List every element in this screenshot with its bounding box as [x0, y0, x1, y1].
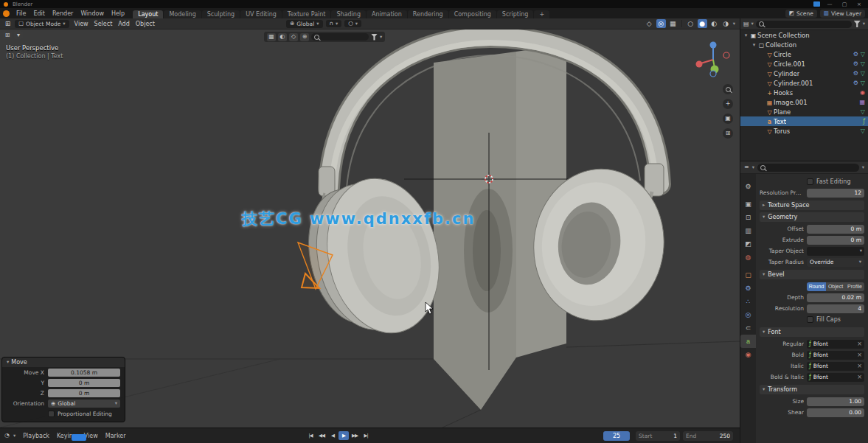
workspace-tab[interactable]: +	[534, 10, 549, 18]
orientation-select[interactable]: Global	[48, 400, 120, 408]
zoom-button[interactable]	[723, 84, 733, 94]
font-datablock-field[interactable]: Bfont	[807, 340, 864, 349]
minimize-button[interactable]: —	[824, 1, 835, 7]
maximize-button[interactable]: ▢	[839, 1, 850, 7]
unlink-icon[interactable]	[857, 352, 862, 358]
show-gizmo-button[interactable]	[645, 19, 654, 28]
bevel-depth-slider[interactable]: 0.02 m	[807, 293, 864, 302]
unlink-icon[interactable]	[857, 341, 862, 347]
outliner-row[interactable]: Cylinder.001	[740, 78, 868, 88]
viewport-menu-item[interactable]: Object	[133, 21, 158, 27]
show-overlays-button[interactable]	[656, 19, 666, 28]
outliner-row[interactable]: Hooks	[740, 88, 868, 97]
properties-tab[interactable]: ◉	[740, 348, 756, 361]
pan-button[interactable]	[723, 99, 733, 109]
shading-dropdown-icon[interactable]	[733, 21, 735, 27]
toggle-diamond-icon[interactable]	[289, 33, 298, 41]
size-slider[interactable]: 1.00	[807, 397, 864, 406]
workspace-tab[interactable]: Layout	[133, 10, 163, 18]
outliner-search-input[interactable]	[756, 21, 852, 28]
workspace-tab[interactable]: Sculpting	[202, 10, 240, 18]
properties-tab[interactable]: ◎	[740, 308, 756, 321]
fast-editing-checkbox[interactable]	[807, 178, 813, 185]
mesh-data-icon[interactable]	[861, 108, 865, 115]
mesh-data-icon[interactable]	[861, 60, 865, 67]
proportional-editing-checkbox[interactable]	[48, 411, 55, 417]
properties-tab[interactable]: ⊂	[740, 321, 756, 335]
properties-tab[interactable]: ◩	[740, 237, 756, 251]
viewport-menu-item[interactable]: Add	[115, 21, 133, 27]
outliner-row[interactable]: ▾ Collection	[740, 40, 868, 49]
snapping-toggle[interactable]	[326, 20, 342, 27]
workspace-tab[interactable]: Compositing	[449, 10, 496, 18]
transport-button[interactable]: ◀	[327, 431, 338, 440]
timeline-menu-item[interactable]: Playback	[19, 433, 53, 439]
transport-button[interactable]: ▶	[338, 431, 349, 440]
hook-data-icon[interactable]	[860, 89, 865, 96]
expand-caret-icon[interactable]: ▾	[743, 32, 749, 38]
mode-dropdown[interactable]: Object Mode	[15, 20, 69, 28]
workspace-tab[interactable]: Rendering	[408, 10, 448, 18]
menu-item[interactable]: Edit	[29, 10, 49, 17]
editor-type-button[interactable]	[3, 19, 13, 28]
resolution-preview-slider[interactable]: 12	[807, 189, 864, 198]
font-panel-header[interactable]: Font	[760, 327, 864, 337]
transform-panel-header[interactable]: Transform	[760, 385, 864, 394]
proportional-editing-toggle[interactable]	[344, 20, 361, 27]
bevel-mode-button[interactable]: Object	[826, 282, 845, 291]
taper-radius-select[interactable]: Override	[807, 258, 864, 267]
viewport-menu-item[interactable]: Select	[91, 21, 116, 27]
outliner-row[interactable]: Image.001	[740, 97, 868, 107]
filter-funnel-icon[interactable]	[854, 21, 861, 27]
viewport[interactable]: User Perspective (1) Collection | Text 技…	[0, 29, 740, 428]
menu-item[interactable]: Window	[77, 10, 108, 17]
properties-tab[interactable]: ⊡	[740, 211, 756, 224]
chevron-down-icon[interactable]	[752, 165, 754, 170]
scene-selector[interactable]: Scene	[785, 10, 817, 18]
xray-toggle-button[interactable]	[668, 19, 678, 28]
outliner-row[interactable]: Text	[740, 116, 868, 126]
modifier-icon[interactable]	[853, 70, 858, 77]
blender-menu-icon[interactable]	[3, 10, 10, 17]
geometry-panel-header[interactable]: Geometry	[760, 212, 864, 222]
value-slider[interactable]: 0 m	[48, 389, 120, 397]
transport-button[interactable]: ▶|	[361, 431, 371, 440]
camera-view-button[interactable]	[723, 114, 733, 124]
properties-tab[interactable]: ⚙	[740, 282, 756, 295]
operator-panel-header[interactable]: Move	[2, 357, 125, 367]
transport-button[interactable]: ◀◀	[316, 431, 327, 440]
bevel-resolution-slider[interactable]: 4	[807, 304, 864, 313]
outliner-row[interactable]: Circle.001	[740, 59, 868, 69]
offset-slider[interactable]: 0 m	[807, 225, 864, 234]
mesh-data-icon[interactable]	[861, 128, 865, 134]
shading-rendered-button[interactable]	[721, 19, 731, 28]
texture-space-panel-header[interactable]: Texture Space	[760, 200, 864, 210]
workspace-tab[interactable]: Animation	[367, 10, 407, 18]
properties-tab[interactable]: ◍	[740, 251, 756, 264]
unlink-icon[interactable]	[857, 374, 862, 380]
chevron-down-icon[interactable]	[862, 165, 864, 170]
workspace-tab[interactable]: Shading	[331, 10, 366, 18]
font-datablock-field[interactable]: Bfont	[807, 351, 864, 360]
font-datablock-field[interactable]: Bfont	[807, 362, 864, 371]
properties-tab[interactable]: ∴	[740, 295, 756, 308]
outliner-editor-icon[interactable]	[743, 21, 749, 27]
shear-slider[interactable]: 0.00	[807, 408, 864, 417]
properties-tab[interactable]: ▥	[740, 224, 756, 237]
chevron-down-icon[interactable]	[863, 21, 865, 27]
mesh-data-icon[interactable]	[861, 70, 865, 77]
filter-funnel-icon[interactable]	[371, 34, 378, 41]
viewport-menu-item[interactable]: View	[72, 21, 91, 27]
mesh-data-icon[interactable]	[861, 80, 865, 86]
extrude-slider[interactable]: 0 m	[807, 236, 864, 245]
unlink-icon[interactable]	[857, 363, 862, 369]
modifier-icon[interactable]	[853, 80, 858, 86]
modifier-icon[interactable]	[853, 51, 858, 57]
properties-tab[interactable]: ⚙	[740, 180, 756, 193]
current-frame-field[interactable]: 25	[603, 431, 630, 441]
modifier-icon[interactable]	[853, 60, 858, 67]
value-slider[interactable]: 0 m	[48, 379, 120, 387]
font-data-icon[interactable]	[863, 118, 865, 125]
shading-solid-button[interactable]	[698, 19, 707, 28]
perspective-toggle-button[interactable]	[723, 128, 733, 139]
